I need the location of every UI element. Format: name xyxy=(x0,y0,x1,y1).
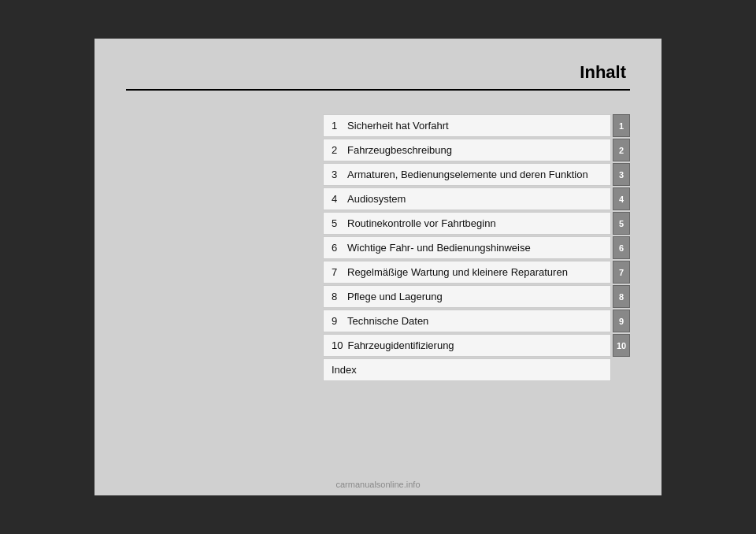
toc-side-tab: 5 xyxy=(613,212,630,235)
toc-item-label: Technische Daten xyxy=(347,315,428,327)
toc-row: 5Routinekontrolle vor Fahrtbeginn5 xyxy=(323,212,630,236)
toc-row: 9Technische Daten9 xyxy=(323,310,630,334)
toc-wrapper: 1Sicherheit hat Vorfahrt12Fahrzeugbeschr… xyxy=(323,114,630,383)
toc-row: 8Pflege und Lagerung8 xyxy=(323,285,630,310)
toc-item-label: Index xyxy=(332,364,357,376)
toc-item[interactable]: 10Fahrzeugidentifizierung xyxy=(323,334,611,357)
toc-item[interactable]: 8Pflege und Lagerung xyxy=(323,285,611,308)
toc-side-tab: 8 xyxy=(613,285,630,308)
toc-side-tab: 9 xyxy=(613,310,630,332)
toc-item[interactable]: 3Armaturen, Bedienungselemente und deren… xyxy=(323,163,611,186)
toc-item-number: 3 xyxy=(332,169,343,180)
toc-item-label: Wichtige Fahr- und Bedienungshinweise xyxy=(347,242,531,254)
toc-item-label: Sicherheit hat Vorfahrt xyxy=(347,120,449,132)
content-area: 1Sicherheit hat Vorfahrt12Fahrzeugbeschr… xyxy=(126,114,630,383)
toc-item-number: 6 xyxy=(332,242,343,254)
toc-item-label: Regelmäßige Wartung und kleinere Reparat… xyxy=(347,266,568,278)
toc-item[interactable]: 5Routinekontrolle vor Fahrtbeginn xyxy=(323,212,611,235)
toc-item[interactable]: 7Regelmäßige Wartung und kleinere Repara… xyxy=(323,261,611,284)
toc-side-tab: 3 xyxy=(613,163,630,186)
toc-item[interactable]: 1Sicherheit hat Vorfahrt xyxy=(323,114,611,137)
toc-item[interactable]: 2Fahrzeugbeschreibung xyxy=(323,139,611,161)
toc-item[interactable]: Index xyxy=(323,358,611,381)
toc-side-tab: 10 xyxy=(613,334,630,357)
toc-item-label: Armaturen, Bedienungselemente und deren … xyxy=(347,169,588,180)
toc-row: 2Fahrzeugbeschreibung2 xyxy=(323,139,630,163)
title-divider xyxy=(126,89,630,91)
toc-item-number: 1 xyxy=(332,120,343,132)
toc-item[interactable]: 6Wichtige Fahr- und Bedienungshinweise xyxy=(323,236,611,259)
toc-item-label: Routinekontrolle vor Fahrtbeginn xyxy=(347,217,496,229)
toc-row: 7Regelmäßige Wartung und kleinere Repara… xyxy=(323,261,630,285)
toc-item-number: 2 xyxy=(332,144,343,156)
toc-row: 4Audiosystem4 xyxy=(323,187,630,212)
toc-item-label: Fahrzeugbeschreibung xyxy=(347,144,452,156)
toc-side-tab: 2 xyxy=(613,139,630,161)
toc-row: 6Wichtige Fahr- und Bedienungshinweise6 xyxy=(323,236,630,261)
toc-item-number: 9 xyxy=(332,315,343,327)
page-title: Inhalt xyxy=(126,62,630,83)
toc-item-label: Pflege und Lagerung xyxy=(347,291,443,302)
toc-row: 10Fahrzeugidentifizierung10 xyxy=(323,334,630,358)
toc-row: Index xyxy=(323,358,630,383)
page-container: Inhalt 1Sicherheit hat Vorfahrt12Fahrzeu… xyxy=(94,39,662,495)
toc-row: 3Armaturen, Bedienungselemente und deren… xyxy=(323,163,630,187)
toc-side-tab: 7 xyxy=(613,261,630,284)
toc-side-tab: 1 xyxy=(613,114,630,137)
toc-item-number: 5 xyxy=(332,217,343,229)
toc-item-number: 7 xyxy=(332,266,343,278)
toc-side-tab: 6 xyxy=(613,236,630,259)
toc-side-tab: 4 xyxy=(613,187,630,210)
toc-side-spacer xyxy=(613,358,630,381)
toc-item-label: Fahrzeugidentifizierung xyxy=(347,339,454,351)
watermark: carmanualsonline.info xyxy=(335,480,420,489)
toc-item-number: 10 xyxy=(332,339,343,351)
toc-item-number: 8 xyxy=(332,291,343,302)
toc-item[interactable]: 9Technische Daten xyxy=(323,310,611,332)
toc-list: 1Sicherheit hat Vorfahrt12Fahrzeugbeschr… xyxy=(323,114,630,383)
toc-row: 1Sicherheit hat Vorfahrt1 xyxy=(323,114,630,139)
toc-item-number: 4 xyxy=(332,193,343,205)
toc-item-label: Audiosystem xyxy=(347,193,406,205)
toc-item[interactable]: 4Audiosystem xyxy=(323,187,611,210)
